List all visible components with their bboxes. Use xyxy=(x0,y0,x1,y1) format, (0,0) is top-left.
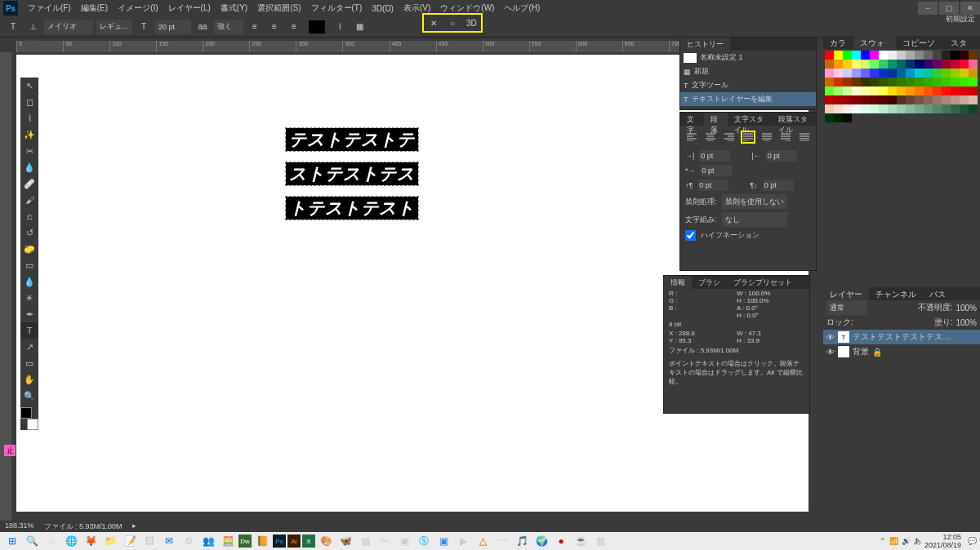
swatch[interactable] xyxy=(879,60,888,69)
history-item-2[interactable]: T テキストレイヤーを編集 xyxy=(680,92,816,106)
paint-icon[interactable]: 🎨 xyxy=(317,533,335,549)
warp-text-icon[interactable]: ⌇ xyxy=(332,19,348,35)
char-panel-icon[interactable]: ▦ xyxy=(351,19,368,35)
swatch[interactable] xyxy=(915,104,924,113)
swatch[interactable] xyxy=(906,95,915,104)
align-right-icon[interactable]: ≡ xyxy=(286,19,302,35)
butterfly-icon[interactable]: 🦋 xyxy=(336,533,354,549)
chrome-icon[interactable]: 🌐 xyxy=(62,533,80,549)
settings-icon[interactable]: ⚙ xyxy=(180,533,198,549)
tool-pen[interactable]: ✒ xyxy=(20,306,38,322)
history-item-1[interactable]: T 文字ツール xyxy=(680,78,816,92)
minimize-button[interactable]: − xyxy=(918,2,938,15)
swatch[interactable] xyxy=(825,95,834,104)
cortana-icon[interactable]: ○ xyxy=(42,533,60,549)
swatch[interactable] xyxy=(960,95,969,104)
photos-icon[interactable]: 🖼 xyxy=(140,533,158,549)
indent-left-input[interactable] xyxy=(699,150,730,162)
swatch[interactable] xyxy=(897,69,906,78)
swatch[interactable] xyxy=(861,78,870,86)
vlc-icon[interactable]: △ xyxy=(474,533,492,549)
layer-background[interactable]: 👁 背景 🔒 xyxy=(823,344,980,359)
swatch[interactable] xyxy=(870,78,879,86)
swatch[interactable] xyxy=(942,60,951,69)
swatch[interactable] xyxy=(960,104,969,113)
swatch[interactable] xyxy=(915,86,924,95)
menu-3d[interactable]: 3D(D) xyxy=(367,2,399,15)
swatch[interactable] xyxy=(834,113,843,122)
menu-edit[interactable]: 編集(E) xyxy=(76,1,113,16)
history-doc-thumb[interactable]: 名称未設定 1 xyxy=(680,51,816,64)
swatch[interactable] xyxy=(843,104,852,113)
swatch[interactable] xyxy=(825,51,834,60)
swatch[interactable] xyxy=(960,60,969,69)
wifi-icon[interactable]: 📶 xyxy=(889,537,898,545)
font-family-dropdown[interactable]: メイリオ xyxy=(44,20,93,34)
search-icon[interactable]: 🔍 xyxy=(23,533,41,549)
swatch[interactable] xyxy=(951,78,960,86)
swatch[interactable] xyxy=(951,51,960,60)
swatch[interactable] xyxy=(870,51,879,60)
swatch[interactable] xyxy=(843,95,852,104)
swatch[interactable] xyxy=(924,51,933,60)
swatch[interactable] xyxy=(897,60,906,69)
swatch[interactable] xyxy=(906,104,915,113)
swatch[interactable] xyxy=(960,51,969,60)
tool-hand[interactable]: ✋ xyxy=(20,371,38,388)
swatch[interactable] xyxy=(951,95,960,104)
paths-tab[interactable]: パス xyxy=(923,287,952,300)
swatch[interactable] xyxy=(879,69,888,78)
swatch[interactable] xyxy=(906,51,915,60)
tool-brush[interactable]: 🖌 xyxy=(20,192,38,208)
layer-text[interactable]: 👁 Tテストテストテストテストテストテストテストテストテスト... xyxy=(823,330,980,344)
3d-text-icon[interactable]: 3D xyxy=(463,15,479,31)
text-line-3[interactable]: トテストテスト xyxy=(286,197,418,220)
swatch[interactable] xyxy=(888,60,897,69)
swatch[interactable] xyxy=(960,86,969,95)
clock[interactable]: 12:05 2021/08/19 xyxy=(924,533,964,549)
swatch[interactable] xyxy=(888,104,897,113)
align-left-icon[interactable]: ≡ xyxy=(247,19,263,35)
tool-zoom[interactable]: 🔍 xyxy=(20,388,38,404)
swatch[interactable] xyxy=(951,60,960,69)
start-button[interactable]: ⊞ xyxy=(3,533,21,549)
swatches-tab[interactable]: スウォッチ xyxy=(853,36,896,49)
swatch[interactable] xyxy=(825,104,834,113)
swatch[interactable] xyxy=(879,104,888,113)
swatch[interactable] xyxy=(933,78,942,86)
justify-last-left-btn[interactable] xyxy=(741,131,755,144)
text-line-2[interactable]: ストテストテス xyxy=(286,162,418,185)
calc-icon[interactable]: 🧮 xyxy=(219,533,237,549)
menu-file[interactable]: ファイル(F) xyxy=(23,1,76,16)
zoom-icon[interactable]: ▣ xyxy=(434,533,452,549)
swatch[interactable] xyxy=(834,104,843,113)
swatch[interactable] xyxy=(843,113,852,122)
swatch[interactable] xyxy=(933,51,942,60)
tool-move[interactable]: ↖ xyxy=(20,78,38,94)
text-line-1[interactable]: テストテストテ xyxy=(286,128,418,151)
swatch[interactable] xyxy=(879,86,888,95)
tool-eraser[interactable]: 🧽 xyxy=(20,241,38,257)
swatch[interactable] xyxy=(861,104,870,113)
align-center-icon[interactable]: ≡ xyxy=(266,19,283,35)
swatch[interactable] xyxy=(969,51,978,60)
swatch[interactable] xyxy=(825,69,834,78)
teams-icon[interactable]: 👥 xyxy=(199,533,217,549)
channels-tab[interactable]: チャンネル xyxy=(869,287,923,300)
font-size-dropdown[interactable]: 20 pt xyxy=(155,20,191,34)
swatch[interactable] xyxy=(879,51,888,60)
excel-icon[interactable]: X xyxy=(302,534,315,548)
swatch[interactable] xyxy=(870,95,879,104)
parastyle-tab[interactable]: 段落スタイル xyxy=(772,113,816,126)
dw-icon[interactable]: Dw xyxy=(238,534,252,548)
swatch[interactable] xyxy=(960,69,969,78)
layers-tab[interactable]: レイヤー xyxy=(823,287,869,300)
swatch[interactable] xyxy=(951,104,960,113)
mojikumi-dropdown[interactable]: なし xyxy=(722,212,787,227)
align-center-btn[interactable] xyxy=(704,131,718,144)
swatch[interactable] xyxy=(852,95,861,104)
history-item-0[interactable]: ▦ 新規 xyxy=(680,64,816,78)
explorer-icon[interactable]: 📁 xyxy=(101,533,119,549)
notepad-icon[interactable]: 📝 xyxy=(121,533,139,549)
swatch[interactable] xyxy=(897,78,906,86)
